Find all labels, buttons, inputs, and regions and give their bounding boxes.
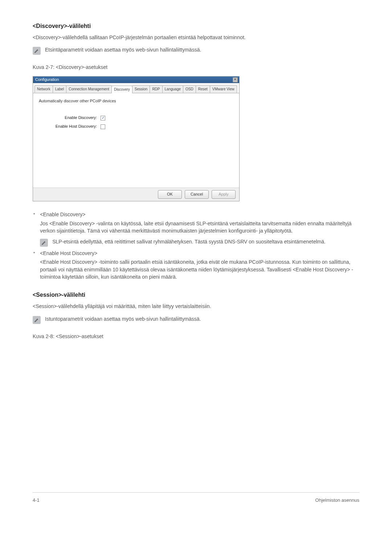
pencil-icon (40, 239, 48, 247)
page-footer: 4-1 Ohjelmiston asennus (33, 492, 359, 504)
tab-session[interactable]: Session (132, 85, 150, 93)
session-note-text: Istuntoparametrit voidaan asettaa myös w… (45, 315, 359, 323)
checkbox-enable-host-discovery[interactable] (101, 124, 105, 129)
discovery-note-text: Etsintäparametrit voidaan asettaa myös w… (45, 46, 359, 53)
bullet-enable-host-discovery-title: <Enable Host Discovery> (40, 250, 359, 257)
bullet-enable-discovery-text: Jos <Enable Discovery> -valinta on käytö… (40, 220, 359, 235)
close-icon[interactable]: ✕ (233, 77, 238, 82)
tab-vmware-view[interactable]: VMware View (210, 85, 237, 93)
footer-section-title: Ohjelmiston asennus (315, 497, 359, 504)
label-enable-host-discovery: Enable Host Discovery: (39, 124, 101, 130)
dialog-subtitle: Automatically discover other PCoIP devic… (39, 98, 233, 104)
session-heading: <Session>-välilehti (33, 291, 359, 299)
bullet-enable-discovery-title: <Enable Discovery> (40, 211, 359, 218)
dialog-titlebar: Configuration ✕ (33, 77, 239, 83)
discovery-heading: <Discovery>-välilehti (33, 22, 359, 30)
ok-button[interactable]: OK (158, 190, 182, 199)
cancel-button[interactable]: Cancel (185, 190, 209, 199)
figure-2-8-caption: Kuva 2-8: <Session>-asetukset (33, 333, 359, 340)
figure-2-7-caption: Kuva 2-7: <Discovery>-asetukset (33, 63, 359, 71)
tab-reset[interactable]: Reset (196, 85, 210, 93)
discovery-bullet-list: <Enable Discovery> Jos <Enable Discovery… (33, 211, 359, 284)
footer-page-number: 4-1 (33, 497, 40, 504)
label-enable-discovery: Enable Discovery: (39, 115, 101, 121)
dialog-title: Configuration (35, 77, 59, 83)
tab-label[interactable]: Label (53, 85, 66, 93)
session-note-row: Istuntoparametrit voidaan asettaa myös w… (33, 315, 359, 324)
tab-discovery[interactable]: Discovery (111, 86, 132, 94)
bullet-enable-discovery-note-text: SLP-etsintä edellyttää, että reitittimet… (52, 238, 359, 247)
bullet-enable-discovery-note: SLP-etsintä edellyttää, että reitittimet… (40, 238, 359, 247)
tab-rdp[interactable]: RDP (150, 85, 162, 93)
session-intro: <Session>-välilehdellä ylläpitäjä voi mä… (33, 303, 359, 310)
dialog-footer: OK Cancel Apply (33, 188, 239, 201)
pencil-icon (33, 316, 41, 324)
discovery-note-row: Etsintäparametrit voidaan asettaa myös w… (33, 46, 359, 55)
discovery-intro: <Discovery>-välilehdellä sallitaan PCoIP… (33, 34, 359, 41)
tab-connection-management[interactable]: Connection Management (66, 85, 112, 93)
row-enable-host-discovery: Enable Host Discovery: (39, 124, 233, 130)
pencil-icon (33, 47, 41, 55)
tab-language[interactable]: Language (162, 85, 184, 93)
dialog-tabs: Network Label Connection Management Disc… (33, 83, 239, 94)
apply-button[interactable]: Apply (212, 190, 236, 199)
checkbox-enable-discovery[interactable] (101, 116, 105, 120)
dialog-body: Automatically discover other PCoIP devic… (33, 93, 239, 188)
tab-network[interactable]: Network (34, 85, 53, 93)
configuration-dialog: Configuration ✕ Network Label Connection… (33, 76, 240, 201)
bullet-enable-host-discovery-text: <Enable Host Discovery> -toiminto sallii… (40, 258, 359, 280)
tab-osd[interactable]: OSD (183, 85, 196, 93)
row-enable-discovery: Enable Discovery: (39, 115, 233, 121)
